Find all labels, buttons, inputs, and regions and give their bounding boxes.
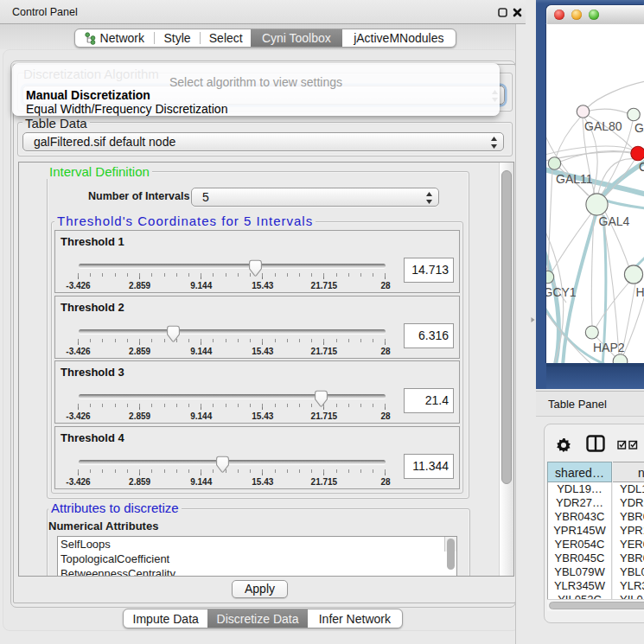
svg-text:GCY1: GCY1 <box>546 285 577 299</box>
svg-text:GAL11: GAL11 <box>556 172 593 186</box>
svg-text:GAL4: GAL4 <box>599 214 630 228</box>
svg-text:C: C <box>639 160 644 174</box>
svg-text:H: H <box>636 285 644 299</box>
svg-text:HAP2: HAP2 <box>593 341 625 354</box>
svg-text:GA: GA <box>634 121 644 135</box>
svg-text:GAL80: GAL80 <box>584 119 622 133</box>
